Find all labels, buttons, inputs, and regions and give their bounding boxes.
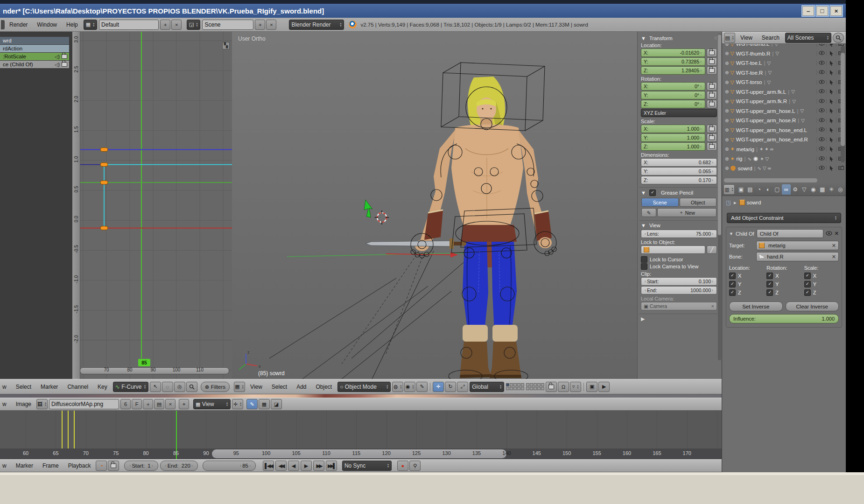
tab-particles-icon[interactable]: ✳ — [827, 184, 836, 195]
paint-mode-icon[interactable]: ✎ — [246, 399, 258, 409]
editor-type-icon[interactable]: ▤▲▼ — [724, 33, 735, 43]
scene-icon[interactable]: ◲▲▼ — [187, 20, 200, 30]
expand-icon[interactable]: ⊕ — [725, 147, 729, 152]
lock-camera-checkbox[interactable] — [641, 263, 647, 270]
menu-select[interactable]: Select — [267, 384, 292, 390]
tab-world-icon[interactable]: ◐ — [764, 184, 773, 195]
scene-delete-button[interactable]: × — [266, 20, 276, 30]
lock-to-cursor-checkbox[interactable] — [641, 256, 647, 263]
clip-end-field[interactable]: ‹End:1000.000› — [641, 286, 717, 294]
graph-mode-select[interactable]: ∿ F-Curve▲▼ — [113, 382, 148, 392]
eye-icon[interactable] — [826, 231, 832, 237]
graph-curve-area[interactable]: 3.02.52.01.51.00.50.0-0.5-1.0-1.5-2.0 ▚ … — [72, 32, 232, 379]
gp-new-button[interactable]: ＋ New — [657, 208, 716, 217]
expand-icon[interactable]: ⊕ — [725, 70, 729, 75]
transform-panel-header[interactable]: ▼ Transform⠿ — [641, 35, 717, 41]
display-mode-select[interactable]: All Scenes▲▼ — [785, 33, 831, 43]
layer-toggle[interactable] — [541, 383, 544, 386]
selectability-cursor-icon[interactable] — [826, 127, 836, 133]
add-constraint-dropdown[interactable]: Add Object Constraint▲▼ — [727, 213, 841, 223]
lock-icon[interactable] — [62, 62, 67, 67]
scale-y-field[interactable]: Y:1.000› — [641, 133, 705, 142]
preview-range-clock-icon[interactable]: ◔ — [96, 461, 107, 471]
outliner-row[interactable]: ⊕▽WGT-upper_arm.fk.R|▽ — [722, 97, 846, 106]
lock-icon[interactable] — [62, 54, 67, 59]
menu-marker[interactable]: Marker — [11, 462, 38, 469]
rotation-y-checkbox[interactable]: ✓ — [766, 281, 773, 287]
gp-draw-icon[interactable]: ✎ — [641, 208, 656, 217]
collapse-icon[interactable]: ▼ — [729, 231, 733, 236]
lens-field[interactable]: ‹Lens:75.000› — [641, 230, 717, 238]
lock-icon[interactable] — [707, 125, 717, 133]
expand-icon[interactable]: ⊕ — [725, 108, 729, 113]
menu-key[interactable]: Key — [93, 384, 112, 390]
selectability-cursor-icon[interactable] — [826, 108, 836, 113]
graph-channel[interactable]: wrd — [0, 37, 69, 44]
layer-toggle[interactable] — [530, 387, 533, 390]
keyframe-handle[interactable] — [100, 163, 108, 167]
tab-constraints-icon[interactable]: ∞ — [782, 184, 791, 195]
menu-object[interactable]: Object — [311, 384, 337, 390]
rotation-y-field[interactable]: Y:0°› — [641, 91, 705, 99]
gp-object-toggle[interactable]: Object — [680, 198, 717, 207]
layers-grid-2[interactable] — [526, 383, 544, 390]
menu-frame[interactable]: Frame — [38, 462, 63, 469]
outliner-row[interactable]: ⊕▽WGT-upper_arm.fk.L|▽ — [722, 87, 846, 97]
keyframe-handle[interactable] — [100, 181, 108, 184]
visibility-eye-icon[interactable] — [816, 108, 826, 113]
menu-view[interactable]: View — [246, 384, 267, 390]
record-button[interactable]: ● — [397, 461, 408, 471]
image-name-field[interactable]: DiffusecolorMAp.png — [49, 399, 119, 409]
delete-constraint-icon[interactable]: ✕ — [835, 231, 839, 237]
lock-icon[interactable] — [707, 100, 717, 108]
scale-z-field[interactable]: Z:1.000› — [641, 142, 705, 151]
visibility-eye-icon[interactable] — [816, 166, 826, 171]
dim-z-field[interactable]: Z:0.170› — [641, 176, 717, 184]
image-editor-canvas[interactable] — [0, 394, 722, 398]
menu-add[interactable]: Add — [292, 384, 311, 390]
outliner-row[interactable]: ⊕✶rig|∿✶✶▽ — [722, 154, 846, 164]
jump-to-end-icon[interactable]: ▶▶▌ — [326, 461, 337, 471]
menu-view-partial[interactable]: w — [1, 462, 11, 469]
tab-object-icon[interactable]: ▢ — [773, 184, 781, 195]
dim-y-field[interactable]: Y:0.065› — [641, 167, 717, 175]
tab-scene-icon[interactable]: ◔ — [755, 184, 764, 195]
visibility-eye-icon[interactable] — [816, 137, 826, 142]
menu-search[interactable]: Search — [757, 35, 784, 41]
graph-channel[interactable]: ce (Child Of)◁) — [0, 61, 69, 68]
clip-start-field[interactable]: ‹Start:0.100› — [641, 277, 717, 286]
lock-icon[interactable] — [707, 82, 717, 91]
set-inverse-button[interactable]: Set Inverse — [729, 301, 783, 311]
menu-view[interactable]: View — [736, 35, 757, 41]
outliner-row[interactable]: ⊕▽WGT-torso|▽ — [722, 77, 846, 87]
location-x-field[interactable]: X:-0.01620› — [641, 49, 705, 57]
layer-toggle[interactable] — [541, 387, 544, 390]
timeline-track-area[interactable] — [0, 411, 722, 448]
outliner-row[interactable]: ⊕▽WGT-upper_arm_hose_end.R — [722, 135, 846, 145]
zoom-tool-icon[interactable] — [186, 382, 197, 392]
menu-render[interactable]: Render — [5, 21, 32, 28]
expand-icon[interactable]: ⊕ — [725, 80, 729, 85]
timeline-keyframe-marker[interactable] — [62, 411, 63, 448]
lock-icon[interactable] — [707, 142, 717, 151]
pivot-select-icon[interactable]: ✛▲▼ — [232, 399, 243, 409]
snap-mode-icon[interactable]: ▿▲▼ — [570, 382, 581, 392]
opengl-anim-icon[interactable]: ▶ — [598, 382, 610, 392]
jump-to-start-icon[interactable]: ▌◀◀ — [263, 461, 274, 471]
keyframe-handle[interactable] — [100, 226, 108, 230]
orientation-select[interactable]: Global▲▼ — [470, 382, 504, 392]
keyframe-handle[interactable] — [100, 147, 108, 151]
prev-keyframe-icon[interactable]: ◀◀ — [275, 461, 287, 471]
visibility-eye-icon[interactable] — [816, 127, 826, 133]
layout-delete-button[interactable]: × — [171, 20, 182, 30]
graph-channel[interactable]: :RotScale◁) — [0, 53, 69, 60]
layer-toggle[interactable] — [510, 387, 513, 390]
selectability-cursor-icon[interactable] — [826, 166, 836, 171]
influence-slider[interactable]: Influence: 1.000 — [729, 314, 839, 323]
expand-icon[interactable]: ⊕ — [725, 99, 729, 104]
menu-view-partial[interactable]: w — [1, 384, 11, 390]
normalize-icon[interactable]: ◎ — [174, 382, 185, 392]
lock-object-field[interactable] — [641, 245, 705, 254]
search-icon[interactable] — [833, 33, 844, 43]
scene-field[interactable]: Scene — [202, 20, 253, 30]
